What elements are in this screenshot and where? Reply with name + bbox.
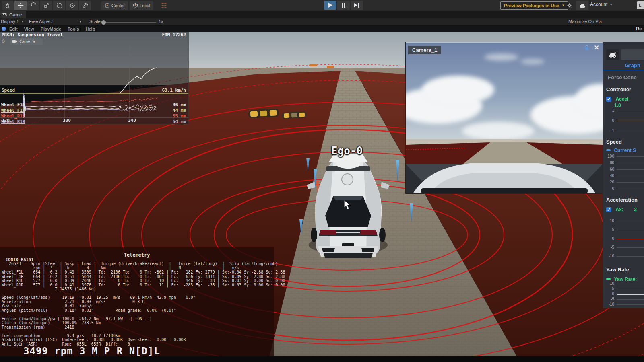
scale-slider-track[interactable] [104,22,156,23]
step-bar-icon [358,3,359,8]
chart-tick-row: -10 [605,304,644,308]
ax-checkbox[interactable]: ✓ [606,207,611,212]
chart-tick-row: -10 [605,256,644,265]
preview-packages-dropdown[interactable]: Preview Packages in Use ▼ [500,1,568,10]
scale-label: Scale [89,19,101,24]
grid-snap-icon [161,2,167,8]
series-value: 46 mm [173,102,186,107]
section-title-controller: Controller [606,86,631,93]
speed-series-value: 69.1 km/h [162,88,186,93]
view-tab-bar: Game [0,11,644,18]
camera-window-title: Camera_1 [408,46,441,54]
accel-legend-label: Accel [615,96,628,102]
account-label: Account [590,2,607,7]
step-button[interactable] [351,1,363,10]
tab-force-cone[interactable]: Force Cone [608,74,637,80]
aspect-value: Free Aspect [29,19,53,24]
series-label: Wheel_F1R [1,108,25,113]
preview-packages-label: Preview Packages in Use [504,3,559,8]
pivot-local-button[interactable]: Local [130,1,153,10]
center-icon [105,3,110,8]
section-title-acceleration: Acceleration [606,197,638,203]
telemetry-readout: 26523 Spin |Steer | Susp | Load | Torque… [2,262,285,346]
accel-checkbox[interactable]: ✓ [606,97,611,102]
tab-game[interactable]: Game [0,11,26,19]
transform-tool-button[interactable] [66,1,78,10]
camera-road-view [406,139,603,193]
progress-button[interactable] [564,1,576,10]
section-title-yaw-rate: Yaw Rate [606,267,629,273]
ax-legend-label: Ax: [615,207,623,212]
menu-item[interactable]: Help [86,27,95,31]
menu-item[interactable]: View [24,27,34,31]
grid-snap-button[interactable] [158,1,170,10]
speed-legend-icon [606,149,611,151]
pivot-center-button[interactable]: Center [101,1,128,10]
layers-dropdown[interactable]: L [637,1,644,9]
close-icon[interactable]: ✕ [594,44,599,51]
chevron-down-icon: ▼ [21,20,24,23]
x-axis-tick: 330 [63,118,71,123]
scale-slider-handle[interactable] [101,20,106,25]
panel-title: PRG4: Suspension Travel [2,32,63,37]
cloud-icon [579,3,586,8]
camera-button[interactable]: Camera [10,38,43,45]
telemetry-title: Telemetry [0,252,274,258]
cloud-shape [484,53,518,61]
step-icon [354,3,357,7]
yaw-legend-label: Yaw Rate: [614,276,637,282]
pause-icon [342,3,345,8]
unity-editor-window: Ego-0 Center Local [0,0,644,362]
speed-legend-label: Current S [614,148,636,153]
gear-icon[interactable]: ⚙ [2,38,5,44]
custom-tools-button[interactable] [79,1,91,10]
aspect-dropdown[interactable]: Free Aspect ▼ [29,19,82,24]
cloud-shape [520,59,545,64]
ax-value: 2 [634,207,637,212]
rect-tool-icon [56,2,62,8]
camera-preview-window[interactable]: Camera_1 ✕ [406,42,603,193]
gamepad-icon [2,13,7,17]
pause-button[interactable] [337,1,350,10]
yaw-legend-icon [606,278,611,280]
vehicle-graph-panel: Graph Force Cone Controller ✓ Accel 1.0 … [603,42,644,308]
menu-items: EditViewPlayModeToolsHelp [9,27,101,31]
section-title-speed: Speed [606,139,622,145]
local-cube-icon [133,3,138,8]
display-dropdown[interactable]: Display 1 ▼ [1,19,24,24]
hand-tool-button[interactable] [2,1,14,10]
speed-chart: 100806040200 [605,156,644,195]
series-value: 44 mm [173,108,186,113]
ax-legend-row: ✓ Ax: 2 [606,206,637,213]
transform-icon [69,2,75,8]
lock-icon[interactable] [584,45,590,53]
move-icon [18,2,24,8]
yaw-rate-chart: 1050-5-10 [605,284,644,308]
rotate-tool-button[interactable] [27,1,39,10]
menu-item[interactable]: Edit [9,27,18,31]
center-label: Center [111,3,125,8]
play-icon [328,3,332,8]
hand-icon [5,2,11,8]
app-menu-bar: EditViewPlayModeToolsHelp Re [0,25,644,32]
rect-tool-button[interactable] [53,1,65,10]
play-button[interactable] [324,1,336,10]
accel-legend-row: ✓ Accel [606,95,628,102]
scale-tool-button[interactable] [40,1,52,10]
panel-field[interactable] [621,49,644,60]
layers-partial-label: L [639,3,641,8]
scale-icon [43,2,50,8]
menu-item[interactable]: PlayMode [41,27,61,31]
suspension-travel-panel: PRG4: Suspension Travel FRM 17262 ⚙ Came… [0,32,189,124]
vehicle-settings-button[interactable] [606,49,619,60]
rotate-icon [31,2,37,8]
tab-graph[interactable]: Graph [625,62,640,68]
chevron-down-icon: ▼ [609,3,613,6]
brightness-icon [567,3,572,8]
maximize-on-play-toggle[interactable]: Maximize On Pla [568,19,602,24]
chevron-down-icon: ▼ [79,20,82,23]
move-tool-button[interactable] [14,1,27,10]
account-dropdown[interactable]: Account ▼ [590,2,613,7]
menu-item[interactable]: Tools [68,27,79,31]
cloud-services-button[interactable] [576,1,588,10]
